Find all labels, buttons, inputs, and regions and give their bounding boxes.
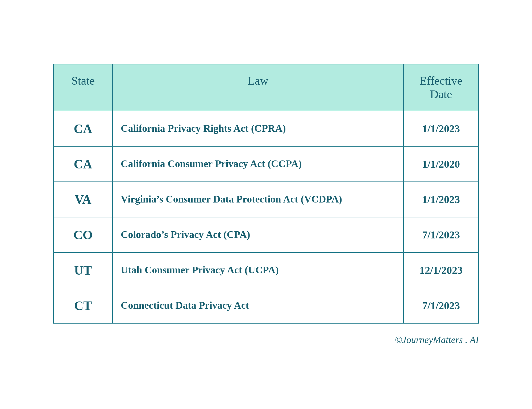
date-cell-1: 1/1/2020 — [404, 147, 478, 181]
table-header: State Law Effective Date — [54, 64, 478, 111]
date-column-header: Effective Date — [404, 64, 478, 111]
table-row: CA California Consumer Privacy Act (CCPA… — [54, 146, 478, 181]
law-cell-2: Virginia’s Consumer Data Protection Act … — [112, 182, 404, 217]
state-cell-5: CT — [54, 288, 112, 323]
law-column-header: Law — [112, 64, 404, 111]
law-cell-4: Utah Consumer Privacy Act (UCPA) — [112, 253, 404, 288]
table-row: CA California Privacy Rights Act (CPRA) … — [54, 111, 478, 146]
page-wrapper: State Law Effective Date CA California P… — [27, 64, 505, 345]
table-row: VA Virginia’s Consumer Data Protection A… — [54, 181, 478, 217]
date-cell-5: 7/1/2023 — [404, 288, 478, 323]
date-cell-0: 1/1/2023 — [404, 111, 478, 146]
state-column-header: State — [54, 64, 112, 111]
date-cell-4: 12/1/2023 — [404, 253, 478, 288]
state-cell-1: CA — [54, 147, 112, 181]
state-cell-3: CO — [54, 217, 112, 252]
table-row: UT Utah Consumer Privacy Act (UCPA) 12/1… — [54, 252, 478, 288]
law-cell-0: California Privacy Rights Act (CPRA) — [112, 111, 404, 146]
state-cell-2: VA — [54, 182, 112, 217]
state-cell-0: CA — [54, 111, 112, 146]
state-cell-4: UT — [54, 253, 112, 288]
law-cell-3: Colorado’s Privacy Act (CPA) — [112, 217, 404, 252]
table-row: CO Colorado’s Privacy Act (CPA) 7/1/2023 — [54, 217, 478, 252]
date-cell-3: 7/1/2023 — [404, 217, 478, 252]
date-cell-2: 1/1/2023 — [404, 182, 478, 217]
law-cell-1: California Consumer Privacy Act (CCPA) — [112, 147, 404, 181]
privacy-laws-table: State Law Effective Date CA California P… — [53, 64, 479, 324]
law-cell-5: Connecticut Data Privacy Act — [112, 288, 404, 323]
copyright-text: ©JourneyMatters . AI — [53, 334, 479, 345]
table-row: CT Connecticut Data Privacy Act 7/1/2023 — [54, 288, 478, 323]
